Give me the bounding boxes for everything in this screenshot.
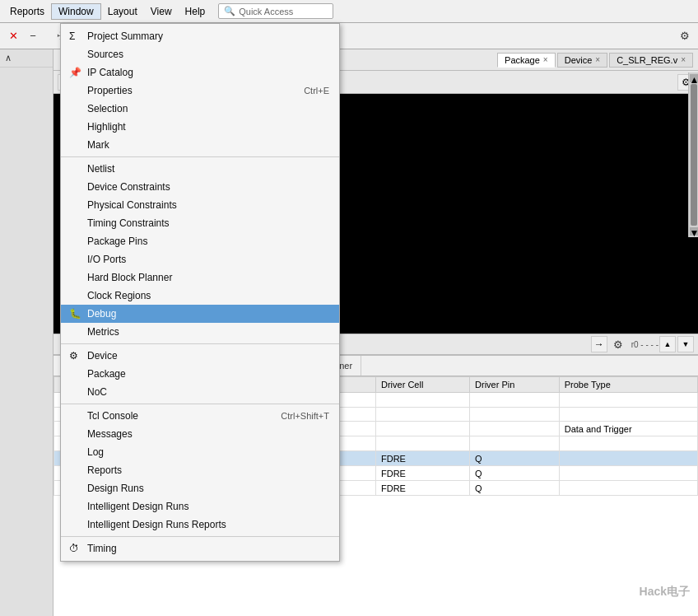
- menu-item-mark[interactable]: Mark: [61, 136, 339, 154]
- probe-type: [559, 481, 697, 496]
- menu-item-label: Log: [87, 446, 104, 458]
- menu-item-label: Intelligent Design Runs Reports: [87, 519, 226, 530]
- tab-device-label: Device: [565, 55, 593, 65]
- menu-item-package-pins[interactable]: Package Pins: [61, 232, 339, 250]
- probe-type: [559, 436, 697, 451]
- menu-item-clock-regions[interactable]: Clock Regions: [61, 287, 339, 305]
- menu-item-label: Debug: [87, 308, 116, 320]
- driver-pin: Q: [470, 481, 560, 496]
- driver-pin: [470, 422, 560, 436]
- menu-reports[interactable]: Reports: [3, 4, 51, 19]
- menu-item-netlist[interactable]: Netlist: [61, 160, 339, 178]
- menu-item-properties[interactable]: Properties Ctrl+E: [61, 82, 339, 100]
- menu-item-hard-block-planner[interactable]: Hard Block Planner: [61, 268, 339, 287]
- separator-4: [61, 536, 339, 537]
- sidebar-collapse-btn[interactable]: ∧: [0, 49, 53, 68]
- menu-item-label: Metrics: [87, 326, 119, 338]
- window-dropdown-menu: Σ Project Summary Sources 📌 IP Catalog P…: [60, 23, 340, 562]
- driver-cell: FDRE: [376, 451, 470, 466]
- menu-item-project-summary[interactable]: Σ Project Summary: [61, 27, 339, 45]
- menu-item-label: Clock Regions: [87, 290, 151, 301]
- menu-item-label: Messages: [87, 428, 133, 440]
- menu-item-label: Netlist: [87, 163, 114, 175]
- debug-icon: 🐛: [69, 308, 81, 320]
- menu-item-label: Reports: [87, 464, 122, 476]
- menu-window[interactable]: Window: [51, 3, 101, 20]
- menu-item-label: Project Summary: [87, 30, 163, 42]
- menu-item-label: IP Catalog: [87, 67, 133, 78]
- menu-item-highlight[interactable]: Highlight: [61, 118, 339, 136]
- menu-item-label: NoC: [87, 386, 107, 398]
- menu-item-timing[interactable]: ⏱ Timing: [61, 539, 339, 558]
- menu-item-package[interactable]: Package: [61, 365, 339, 383]
- quick-access-bar[interactable]: 🔍 Quick Access: [218, 3, 333, 19]
- menu-item-reports[interactable]: Reports: [61, 461, 339, 479]
- tab-package[interactable]: Package ×: [497, 53, 556, 68]
- driver-pin: [470, 408, 560, 422]
- shortcut-tcl: Ctrl+Shift+T: [281, 411, 329, 421]
- menu-item-label: Sources: [87, 49, 123, 60]
- bottom-nav-scroll-down[interactable]: ▼: [677, 336, 694, 352]
- menu-item-label: Tcl Console: [87, 410, 138, 422]
- menu-item-label: Mark: [87, 139, 109, 151]
- menubar: Reports Window Layout View Help 🔍 Quick …: [0, 0, 698, 23]
- menu-layout[interactable]: Layout: [101, 4, 144, 19]
- menu-item-ip-catalog[interactable]: 📌 IP Catalog: [61, 63, 339, 82]
- menu-help[interactable]: Help: [179, 4, 212, 19]
- menu-item-label: Highlight: [87, 121, 126, 133]
- driver-cell: [376, 436, 470, 451]
- menu-item-tcl-console[interactable]: Tcl Console Ctrl+Shift+T: [61, 407, 339, 425]
- tab-device[interactable]: Device ×: [557, 53, 607, 68]
- tab-device-close[interactable]: ×: [595, 55, 600, 64]
- menu-item-label: Design Runs: [87, 483, 144, 494]
- menu-item-label: I/O Ports: [87, 254, 126, 265]
- menu-item-selection[interactable]: Selection: [61, 100, 339, 118]
- menu-item-physical-constraints[interactable]: Physical Constraints: [61, 196, 339, 214]
- driver-pin: Q: [470, 466, 560, 481]
- menu-item-label: Hard Block Planner: [87, 272, 172, 283]
- menu-item-label: Selection: [87, 103, 128, 114]
- bottom-range-label: r0 - - - -: [631, 340, 658, 349]
- menu-item-intelligent-design-runs-reports[interactable]: Intelligent Design Runs Reports: [61, 516, 339, 534]
- menu-item-label: Device: [87, 350, 118, 362]
- menu-item-debug[interactable]: 🐛 Debug: [61, 305, 339, 323]
- bottom-nav-right[interactable]: →: [591, 336, 607, 352]
- pin-icon: 📌: [69, 67, 81, 78]
- menu-item-design-runs[interactable]: Design Runs: [61, 479, 339, 497]
- menu-item-sources[interactable]: Sources: [61, 45, 339, 63]
- menu-view[interactable]: View: [144, 4, 179, 19]
- scroll-up[interactable]: ▲: [690, 74, 698, 82]
- menu-item-metrics[interactable]: Metrics: [61, 323, 339, 341]
- shortcut-properties: Ctrl+E: [304, 86, 329, 96]
- menu-item-label: Properties: [87, 85, 133, 96]
- menu-item-label: Intelligent Design Runs: [87, 501, 188, 512]
- menu-item-log[interactable]: Log: [61, 443, 339, 461]
- settings-icon[interactable]: ⚙: [676, 27, 694, 45]
- menu-item-noc[interactable]: NoC: [61, 383, 339, 401]
- menu-item-label: Package Pins: [87, 236, 147, 247]
- probe-type: [559, 393, 697, 408]
- col-header-probe-type: Probe Type: [559, 377, 697, 393]
- scroll-thumb[interactable]: [691, 84, 697, 226]
- menu-item-intelligent-design-runs[interactable]: Intelligent Design Runs: [61, 497, 339, 516]
- menu-item-messages[interactable]: Messages: [61, 425, 339, 443]
- menu-item-io-ports[interactable]: I/O Ports: [61, 250, 339, 268]
- bottom-settings-icon[interactable]: ⚙: [609, 335, 627, 353]
- driver-pin: [470, 436, 560, 451]
- scroll-down[interactable]: ▼: [690, 227, 698, 236]
- col-header-driver-pin: Driver Pin: [470, 377, 560, 393]
- bottom-nav-scroll-up[interactable]: ▲: [659, 336, 676, 352]
- close-button[interactable]: ✕: [4, 27, 22, 45]
- tab-slr-close[interactable]: ×: [681, 55, 686, 64]
- tab-slr-reg[interactable]: C_SLR_REG.v ×: [609, 53, 693, 68]
- tab-package-close[interactable]: ×: [543, 55, 548, 64]
- minimize-button[interactable]: −: [24, 27, 42, 45]
- menu-item-timing-constraints[interactable]: Timing Constraints: [61, 214, 339, 232]
- menu-item-device-constraints[interactable]: Device Constraints: [61, 178, 339, 196]
- driver-cell: [376, 422, 470, 436]
- driver-cell: [376, 408, 470, 422]
- menu-item-device[interactable]: ⚙ Device: [61, 347, 339, 365]
- driver-cell: FDRE: [376, 466, 470, 481]
- search-icon: 🔍: [224, 6, 235, 16]
- menu-item-label: Package: [87, 368, 126, 380]
